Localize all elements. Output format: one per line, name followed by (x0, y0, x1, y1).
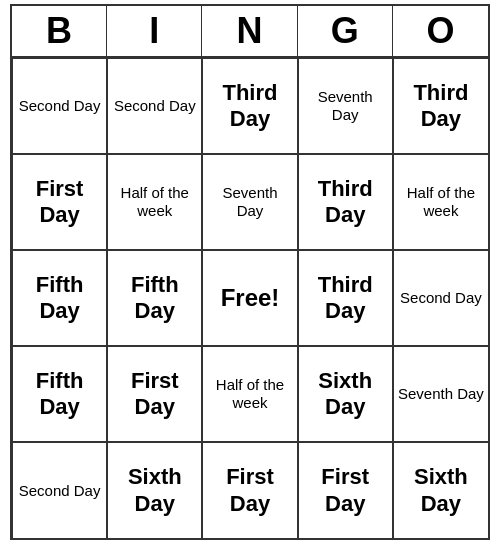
grid-cell: Sixth Day (107, 442, 202, 538)
grid-cell: Second Day (12, 58, 107, 154)
grid-cell: First Day (202, 442, 297, 538)
header-letter: I (107, 6, 202, 56)
grid-cell: First Day (107, 346, 202, 442)
bingo-grid: Second DaySecond DayThird DaySeventh Day… (12, 58, 488, 538)
grid-cell: Half of the week (202, 346, 297, 442)
grid-cell: Fifth Day (12, 250, 107, 346)
grid-cell: Second Day (393, 250, 488, 346)
grid-cell: Seventh Day (298, 58, 393, 154)
bingo-header: BINGO (12, 6, 488, 58)
free-cell: Free! (202, 250, 297, 346)
grid-cell: Third Day (298, 250, 393, 346)
grid-cell: Half of the week (393, 154, 488, 250)
grid-cell: Third Day (298, 154, 393, 250)
header-letter: N (202, 6, 297, 56)
grid-cell: Third Day (202, 58, 297, 154)
grid-cell: Fifth Day (107, 250, 202, 346)
grid-cell: Seventh Day (202, 154, 297, 250)
grid-cell: First Day (298, 442, 393, 538)
grid-cell: Sixth Day (393, 442, 488, 538)
header-letter: G (298, 6, 393, 56)
header-letter: O (393, 6, 488, 56)
grid-cell: Sixth Day (298, 346, 393, 442)
grid-cell: Third Day (393, 58, 488, 154)
grid-cell: Second Day (12, 442, 107, 538)
bingo-card: BINGO Second DaySecond DayThird DaySeven… (10, 4, 490, 540)
grid-cell: First Day (12, 154, 107, 250)
grid-cell: Fifth Day (12, 346, 107, 442)
grid-cell: Seventh Day (393, 346, 488, 442)
grid-cell: Half of the week (107, 154, 202, 250)
header-letter: B (12, 6, 107, 56)
grid-cell: Second Day (107, 58, 202, 154)
